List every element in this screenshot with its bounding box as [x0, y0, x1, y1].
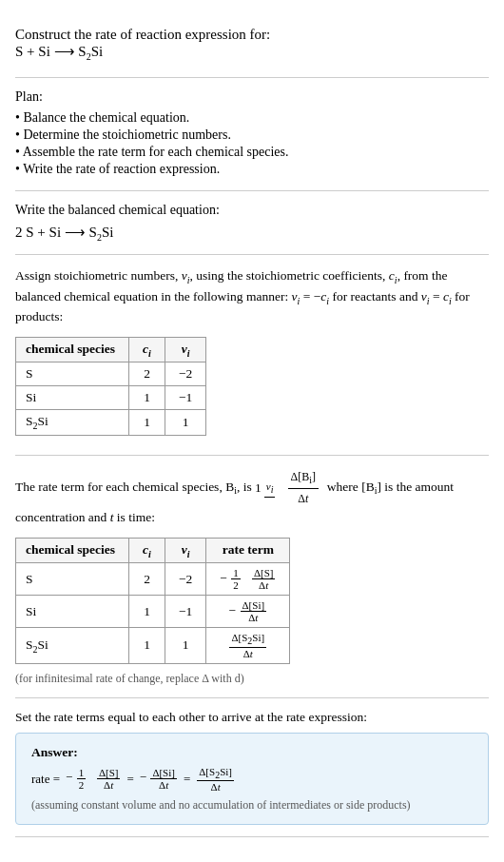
- rt-c-S: 2: [129, 563, 165, 596]
- species-Si: Si: [16, 386, 129, 410]
- species-S2Si: S2Si: [16, 410, 129, 436]
- plan-step-1: Balance the chemical equation.: [15, 110, 489, 126]
- plan-step-4: Write the rate of reaction expression.: [15, 162, 489, 177]
- plan-step-3: Assemble the rate term for each chemical…: [15, 145, 489, 160]
- expr3: Δ[S2Si] Δt: [196, 766, 235, 793]
- plan-section: Plan: Balance the chemical equation. Det…: [15, 78, 489, 191]
- col-header-nu2: νi: [165, 538, 205, 563]
- rate-expression: rate = − 1 2 Δ[S] Δt = − Δ[Si] Δt: [31, 766, 473, 793]
- col-header-species2: chemical species: [16, 538, 129, 563]
- answer-label: Answer:: [31, 745, 473, 760]
- rate-terms-section: The rate term for each chemical species,…: [15, 456, 489, 698]
- construct-label: Construct the rate of reaction expressio…: [15, 27, 489, 62]
- table-row: S 2 −2: [16, 362, 206, 386]
- balanced-section: Write the balanced chemical equation: 2 …: [15, 191, 489, 255]
- stoichiometric-intro: Assign stoichiometric numbers, νi, using…: [15, 266, 489, 327]
- plan-title: Plan:: [15, 89, 489, 105]
- rate-terms-intro: The rate term for each chemical species,…: [15, 467, 489, 528]
- col-header-rate: rate term: [206, 538, 290, 563]
- expr2: − Δ[Si] Δt: [140, 767, 178, 791]
- col-header-c2: ci: [129, 538, 165, 563]
- table-row: Si 1 −1: [16, 386, 206, 410]
- expr1: − 1 2 Δ[S] Δt: [66, 767, 121, 791]
- col-header-c: ci: [129, 337, 165, 362]
- assuming-text: (assuming constant volume and no accumul…: [31, 798, 473, 813]
- species-S: S: [16, 362, 129, 386]
- plan-step-2: Determine the stoichiometric numbers.: [15, 127, 489, 143]
- stoichiometric-table: chemical species ci νi S 2 −2 Si 1 −1 S2…: [15, 337, 206, 436]
- table-row: S2Si 1 1 Δ[S2Si] Δt: [16, 628, 290, 663]
- rt-species-Si: Si: [16, 596, 129, 628]
- rate-footnote: (for infinitesimal rate of change, repla…: [15, 672, 489, 686]
- eq1: =: [126, 772, 133, 787]
- rt-species-S: S: [16, 563, 129, 596]
- balanced-title: Write the balanced chemical equation:: [15, 203, 489, 218]
- col-header-species: chemical species: [16, 337, 129, 362]
- stoichiometric-section: Assign stoichiometric numbers, νi, using…: [15, 255, 489, 456]
- construct-section: Construct the rate of reaction expressio…: [15, 15, 489, 78]
- rt-nu-S: −2: [165, 563, 205, 596]
- eq2: =: [184, 772, 190, 787]
- table-row: Si 1 −1 − Δ[Si] Δt: [16, 596, 290, 628]
- original-reaction: S + Si ⟶ S2Si: [15, 44, 103, 59]
- answer-box: Answer: rate = − 1 2 Δ[S] Δt = − Δ[Si]: [15, 733, 489, 825]
- table-row: S2Si 1 1: [16, 410, 206, 436]
- rt-nu-Si: −1: [165, 596, 205, 628]
- set-text: Set the rate terms equal to each other t…: [15, 710, 489, 725]
- c-S2Si: 1: [129, 410, 165, 436]
- rt-c-S2Si: 1: [129, 628, 165, 663]
- rt-nu-S2Si: 1: [165, 628, 205, 663]
- nu-S2Si: 1: [165, 410, 205, 436]
- rt-c-Si: 1: [129, 596, 165, 628]
- rate-label: rate =: [31, 772, 60, 787]
- rate-terms-table: chemical species ci νi rate term S 2 −2 …: [15, 538, 290, 664]
- plan-list: Balance the chemical equation. Determine…: [15, 110, 489, 177]
- answer-section: Set the rate terms equal to each other t…: [15, 698, 489, 837]
- nu-S: −2: [165, 362, 205, 386]
- col-header-nu: νi: [165, 337, 205, 362]
- c-Si: 1: [129, 386, 165, 410]
- rt-rate-S2Si: Δ[S2Si] Δt: [206, 628, 290, 663]
- rt-rate-Si: − Δ[Si] Δt: [206, 596, 290, 628]
- nu-Si: −1: [165, 386, 205, 410]
- table-row: S 2 −2 − 1 2 Δ[S] Δt: [16, 563, 290, 596]
- c-S: 2: [129, 362, 165, 386]
- rt-species-S2Si: S2Si: [16, 628, 129, 663]
- rt-rate-S: − 1 2 Δ[S] Δt: [206, 563, 290, 596]
- balanced-equation: 2 S + Si ⟶ S2Si: [15, 224, 489, 243]
